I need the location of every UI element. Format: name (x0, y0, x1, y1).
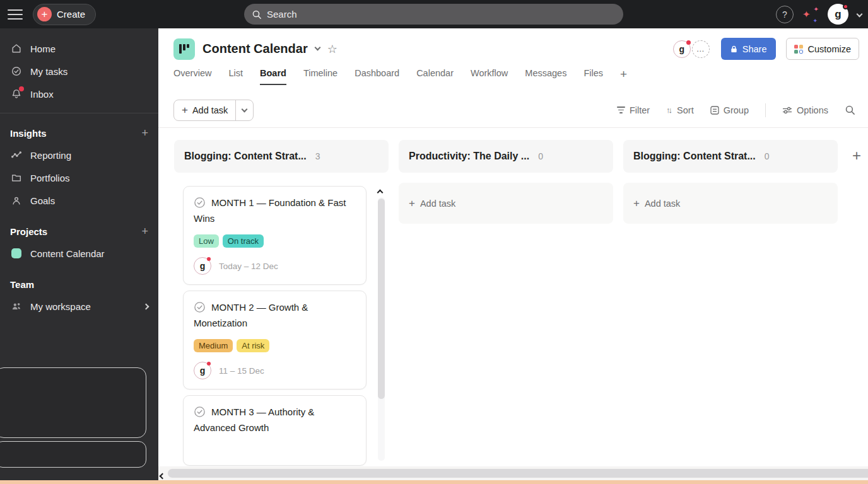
plus-icon: + (409, 197, 415, 210)
tab-workflow[interactable]: Workflow (471, 68, 508, 84)
user-avatar[interactable]: g (828, 4, 848, 25)
board-column-2: Productivity: The Daily ... 0 + Add task (399, 140, 613, 466)
notification-dot (207, 362, 211, 366)
column-header[interactable]: Blogging: Content Strat... 0 (623, 140, 838, 173)
board-toolbar: + Add task Filter ↑↓ Sort Group (158, 89, 868, 128)
sidebar-item-content-calendar[interactable]: Content Calendar (0, 242, 158, 265)
assignee-avatar[interactable]: g (194, 257, 211, 275)
task-card-month-2[interactable]: MONTH 2 — Growth & Monetization Medium A… (183, 291, 367, 389)
tab-overview[interactable]: Overview (173, 68, 211, 84)
options-label: Options (797, 105, 828, 115)
task-check-icon[interactable] (194, 301, 206, 313)
status-badge[interactable]: On track (223, 234, 264, 248)
avatar-initial: g (835, 8, 841, 21)
column-add-task-button[interactable]: + Add task (623, 183, 838, 224)
board-search-button[interactable] (845, 105, 855, 115)
member-avatar[interactable]: g (673, 40, 691, 58)
sparkle-tiny: ✦ (812, 18, 818, 24)
favorite-star-icon[interactable]: ☆ (327, 42, 337, 56)
sidebar-widget-placeholder (0, 367, 146, 438)
sidebar-item-label: Reporting (30, 150, 71, 161)
scrollbar-thumb[interactable] (378, 199, 385, 399)
scroll-left-icon[interactable] (160, 470, 165, 481)
inbox-notification-dot (19, 86, 24, 91)
avatar-initial: g (679, 44, 685, 54)
menu-icon[interactable] (8, 9, 23, 20)
customize-button-label: Customize (808, 44, 852, 54)
bell-icon (10, 88, 23, 100)
main-content: Content Calendar ☆ g … Share Customize (158, 28, 868, 484)
section-title: Projects (10, 226, 47, 237)
column-task-count: 0 (538, 151, 543, 161)
invite-members-button[interactable]: … (692, 40, 710, 58)
add-task-button[interactable]: + Add task (173, 100, 254, 121)
column-header[interactable]: Productivity: The Daily ... 0 (399, 140, 613, 173)
options-button[interactable]: Options (782, 105, 828, 115)
sidebar-section-insights[interactable]: Insights + (0, 122, 158, 144)
tab-messages[interactable]: Messages (525, 68, 566, 84)
task-card-month-1[interactable]: MONTH 1 — Foundation & Fast Wins Low On … (183, 186, 367, 285)
tab-calendar[interactable]: Calendar (416, 68, 454, 84)
search-icon (252, 9, 262, 20)
column-scrollbar[interactable] (376, 186, 386, 479)
tab-board[interactable]: Board (260, 68, 286, 85)
tab-dashboard[interactable]: Dashboard (355, 68, 399, 84)
filter-button[interactable]: Filter (617, 105, 650, 115)
board-column-1: Blogging: Content Strat... 3 MONTH 1 — F… (174, 140, 389, 466)
section-title: Insights (10, 128, 47, 139)
board-column-3: Blogging: Content Strat... 0 + Add task (623, 140, 838, 466)
sort-button[interactable]: ↑↓ Sort (666, 105, 694, 115)
create-button-label: Create (57, 9, 85, 20)
status-badge[interactable]: At risk (237, 339, 269, 352)
add-project-icon[interactable]: + (141, 225, 148, 238)
due-date: 11 – 15 Dec (219, 366, 264, 376)
board-horizontal-scrollbar[interactable] (158, 466, 868, 481)
column-title: Productivity: The Daily ... (409, 151, 529, 162)
search-input[interactable]: Search (244, 4, 623, 25)
add-insights-icon[interactable]: + (141, 127, 148, 140)
sidebar-item-my-tasks[interactable]: My tasks (0, 60, 158, 83)
add-task-caret[interactable] (235, 100, 253, 120)
tab-files[interactable]: Files (584, 68, 603, 84)
task-card-month-3[interactable]: MONTH 3 — Authority & Advanced Growth (183, 395, 367, 466)
scroll-up-icon[interactable] (378, 186, 382, 197)
title-chevron-down-icon[interactable] (314, 45, 320, 51)
column-add-task-button[interactable]: + Add task (399, 183, 613, 224)
sidebar-section-projects[interactable]: Projects + (0, 221, 158, 242)
priority-badge[interactable]: Medium (194, 339, 233, 352)
help-button[interactable]: ? (776, 6, 794, 23)
chevron-down-icon[interactable] (857, 11, 863, 18)
task-check-icon[interactable] (194, 197, 206, 209)
assignee-avatar[interactable]: g (194, 362, 211, 379)
customize-button[interactable]: Customize (786, 38, 860, 60)
sidebar-item-reporting[interactable]: Reporting (0, 144, 158, 166)
sparkle-big: ✦ (802, 9, 811, 20)
task-title: MONTH 1 — Foundation & Fast Wins (194, 195, 356, 226)
view-tabs: Overview List Board Timeline Dashboard C… (158, 63, 868, 89)
page-title: Content Calendar (202, 42, 308, 56)
scrollbar-thumb[interactable] (168, 469, 868, 478)
tab-list[interactable]: List (228, 68, 243, 84)
add-task-label: Add task (420, 199, 455, 209)
options-icon (782, 106, 792, 115)
add-tab-icon[interactable]: + (620, 68, 627, 80)
share-button[interactable]: Share (721, 38, 776, 60)
sidebar-item-inbox[interactable]: Inbox (0, 83, 158, 105)
sidebar-item-portfolios[interactable]: Portfolios (0, 166, 158, 189)
sidebar-item-my-workspace[interactable]: My workspace (0, 295, 158, 318)
tab-timeline[interactable]: Timeline (303, 68, 337, 84)
ai-sparkle-icon[interactable]: ✦ ✦ ✦ (802, 6, 819, 23)
create-button[interactable]: + Create (33, 4, 96, 25)
priority-badge[interactable]: Low (194, 234, 219, 248)
column-title: Blogging: Content Strat... (633, 151, 756, 162)
task-title: MONTH 2 — Growth & Monetization (194, 299, 356, 331)
column-header[interactable]: Blogging: Content Strat... 3 (174, 140, 389, 173)
plus-icon: + (37, 7, 52, 21)
task-check-icon[interactable] (194, 406, 206, 418)
sidebar-item-home[interactable]: Home (0, 37, 158, 60)
plus-icon: + (633, 197, 640, 210)
sidebar-item-goals[interactable]: Goals (0, 189, 158, 212)
add-column-button[interactable]: + (852, 147, 861, 164)
group-button[interactable]: Group (710, 105, 749, 115)
search-placeholder: Search (267, 9, 297, 20)
